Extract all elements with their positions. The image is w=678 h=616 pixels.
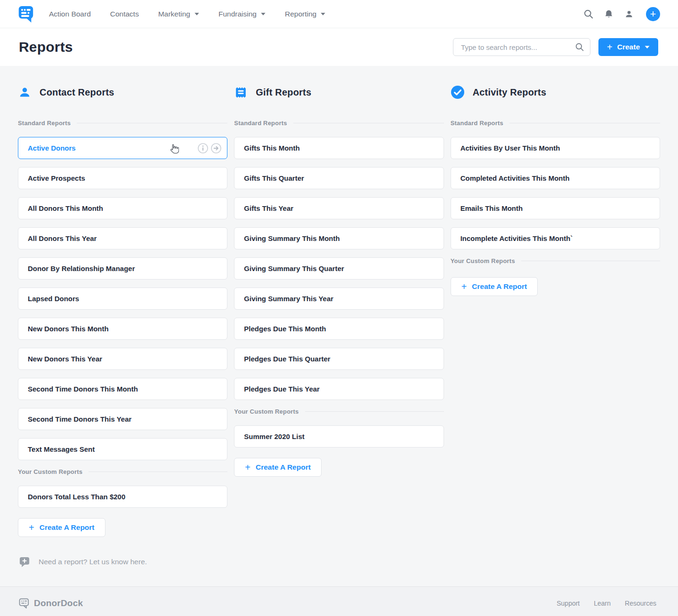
report-item[interactable]: Gifts This Month — [234, 137, 444, 159]
report-item[interactable]: Activities By User This Month — [451, 137, 660, 159]
create-a-report-button[interactable]: +Create A Report — [18, 518, 105, 537]
report-item-label: Active Prospects — [28, 174, 85, 182]
report-item-label: Activities By User This Month — [460, 144, 560, 152]
section-divider-line — [305, 411, 444, 412]
report-item[interactable]: Lapsed Donors — [18, 288, 227, 310]
report-item-label: Gifts This Month — [244, 144, 299, 152]
search-icon[interactable] — [583, 9, 594, 19]
report-item[interactable]: New Donors This Year — [18, 348, 227, 370]
report-item[interactable]: Active Prospects — [18, 167, 227, 189]
report-item-label: Second Time Donors This Month — [28, 385, 138, 393]
footer-link-learn[interactable]: Learn — [594, 600, 611, 607]
nav-item-label: Contacts — [110, 10, 139, 18]
donordock-logo-gray-icon — [19, 598, 30, 608]
report-item-label: Donors Total Less Than $200 — [28, 493, 125, 501]
column-activity-reports: Activity ReportsStandard ReportsActiviti… — [451, 84, 660, 296]
create-a-report-button[interactable]: +Create A Report — [234, 458, 322, 477]
report-item[interactable]: Second Time Donors This Year — [18, 408, 227, 430]
search-reports-input[interactable] — [460, 43, 571, 52]
section-label-text: Your Custom Reports — [234, 408, 299, 415]
column-header: Gift Reports — [234, 84, 444, 101]
nav-item-action-board[interactable]: Action Board — [49, 10, 91, 18]
report-item-label: Incomplete Activities This Month` — [460, 234, 573, 242]
nav-item-fundraising[interactable]: Fundraising — [218, 10, 266, 18]
report-item[interactable]: Giving Summary This Quarter — [234, 257, 444, 280]
report-item[interactable]: Pledges Due This Month — [234, 318, 444, 340]
donordock-logo-icon — [17, 5, 35, 24]
donordock-logo[interactable] — [17, 5, 35, 24]
footer-brand: DonorDock — [19, 598, 83, 608]
chevron-down-icon — [194, 13, 199, 16]
report-item-label: Giving Summary This Quarter — [244, 264, 344, 272]
plus-icon: + — [29, 523, 34, 532]
plus-icon: + — [650, 9, 656, 19]
report-item[interactable]: Giving Summary This Month — [234, 227, 444, 249]
section-divider-line — [521, 261, 660, 261]
report-item[interactable]: Pledges Due This Quarter — [234, 348, 444, 370]
bell-icon[interactable] — [604, 9, 614, 19]
arrow-circle-icon[interactable] — [211, 143, 221, 153]
report-item-label: Text Messages Sent — [28, 445, 95, 453]
column-title: Gift Reports — [256, 87, 311, 98]
report-item-label: New Donors This Month — [28, 325, 109, 333]
section-label: Standard Reports — [234, 120, 444, 127]
report-item-label: New Donors This Year — [28, 355, 102, 363]
report-item[interactable]: Gifts This Year — [234, 197, 444, 219]
report-item-label: Pledges Due This Quarter — [244, 355, 330, 363]
search-reports-box — [453, 38, 590, 56]
report-item[interactable]: Giving Summary This Year — [234, 288, 444, 310]
chat-plus-icon — [19, 556, 31, 568]
chevron-down-icon — [261, 13, 266, 16]
report-item[interactable]: Second Time Donors This Month — [18, 378, 227, 400]
create-button[interactable]: + Create — [598, 38, 658, 56]
footer: DonorDock SupportLearnResources — [0, 586, 678, 616]
report-item[interactable]: Completed Activities This Month — [451, 167, 660, 189]
need-report-text[interactable]: Need a report? Let us know here. — [39, 558, 147, 566]
report-item[interactable]: Gifts This Quarter — [234, 167, 444, 189]
report-item[interactable]: All Donors This Year — [18, 227, 227, 249]
user-icon[interactable] — [624, 9, 634, 19]
nav-item-label: Action Board — [49, 10, 91, 18]
need-report-link[interactable]: Need a report? Let us know here. — [19, 556, 660, 586]
report-item[interactable]: Emails This Month — [451, 197, 660, 219]
report-item-label: Summer 2020 List — [244, 432, 304, 440]
report-columns: Contact ReportsStandard ReportsActive Do… — [18, 84, 660, 537]
receipt-icon — [234, 86, 248, 99]
plus-icon: + — [461, 282, 467, 291]
chevron-down-icon — [645, 46, 650, 49]
check-circle-icon — [451, 85, 465, 99]
report-item[interactable]: Text Messages Sent — [18, 438, 227, 460]
footer-link-resources[interactable]: Resources — [625, 600, 656, 607]
column-title: Activity Reports — [473, 87, 547, 98]
nav-item-reporting[interactable]: Reporting — [285, 10, 325, 18]
report-item[interactable]: Donors Total Less Than $200 — [18, 486, 227, 508]
quick-add-button[interactable]: + — [646, 7, 660, 21]
page-header: Reports + Create — [0, 28, 678, 66]
report-item-label: Lapsed Donors — [28, 295, 79, 303]
section-label: Standard Reports — [18, 120, 227, 127]
report-item[interactable]: New Donors This Month — [18, 318, 227, 340]
nav-item-contacts[interactable]: Contacts — [110, 10, 139, 18]
create-a-report-label: Create A Report — [40, 523, 95, 532]
report-item[interactable]: Incomplete Activities This Month` — [451, 227, 660, 249]
report-item-label: Emails This Month — [460, 204, 523, 212]
section-divider-line — [77, 123, 227, 123]
page-title: Reports — [19, 39, 73, 55]
report-item-label: Completed Activities This Month — [460, 174, 570, 182]
report-item[interactable]: Active Donors — [18, 137, 227, 159]
nav-item-marketing[interactable]: Marketing — [158, 10, 199, 18]
report-item[interactable]: Donor By Relationship Manager — [18, 257, 227, 280]
footer-link-support[interactable]: Support — [557, 600, 580, 607]
report-item-label: Giving Summary This Month — [244, 234, 339, 242]
report-item[interactable]: Pledges Due This Year — [234, 378, 444, 400]
report-item-label: Gifts This Year — [244, 204, 293, 212]
footer-brand-name: DonorDock — [34, 598, 83, 608]
section-label-text: Your Custom Reports — [451, 257, 515, 264]
reports-content: Contact ReportsStandard ReportsActive Do… — [0, 66, 678, 586]
report-item[interactable]: All Donors This Month — [18, 197, 227, 219]
section-label: Your Custom Reports — [234, 408, 444, 415]
section-label-text: Standard Reports — [451, 120, 503, 127]
create-a-report-button[interactable]: +Create A Report — [451, 277, 538, 296]
report-item[interactable]: Summer 2020 List — [234, 425, 444, 448]
info-icon[interactable] — [198, 143, 208, 153]
